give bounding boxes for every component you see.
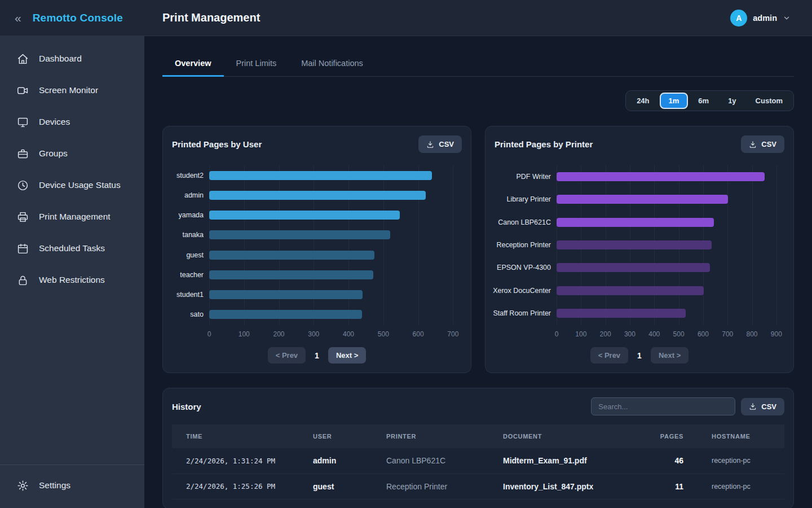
range-button-24h[interactable]: 24h [628, 93, 658, 109]
bar [209, 191, 426, 200]
bar-label: Xerox DocuCenter [495, 279, 557, 301]
cell-hostname: reception-pc [683, 474, 784, 499]
range-button-1m[interactable]: 1m [660, 93, 689, 109]
bar-row [557, 302, 784, 325]
sidebar-item-label: Devices [39, 117, 70, 127]
csv-export-button[interactable]: CSV [741, 135, 784, 153]
main-content: Overview Print Limits Mail Notifications… [144, 36, 812, 508]
bar [209, 171, 432, 180]
bar-label: Library Printer [495, 188, 557, 211]
bar [557, 286, 704, 295]
sidebar-item-label: Groups [39, 148, 68, 159]
search-input[interactable] [591, 397, 735, 415]
sidebar-nav: Dashboard Screen Monitor Devices Groups … [0, 36, 144, 296]
bar [557, 309, 686, 318]
chart-pager: < Prev 1 Next > [172, 347, 462, 364]
prev-page-button[interactable]: < Prev [590, 347, 628, 364]
video-camera-icon [17, 85, 29, 97]
axis-tick-label: 700 [447, 330, 458, 338]
bar-label: student1 [172, 285, 209, 305]
sidebar-item-screen-monitor[interactable]: Screen Monitor [0, 75, 144, 106]
bar-label: PDF Writer [495, 165, 557, 188]
chart-title: Printed Pages by Printer [495, 139, 593, 149]
sidebar-item-label: Print Management [39, 212, 111, 222]
axis-tick-label: 200 [600, 330, 611, 338]
sidebar-item-device-usage-status[interactable]: Device Usage Status [0, 169, 144, 201]
cell-printer: Reception Printer [386, 474, 503, 499]
bar-label: sato [172, 305, 209, 325]
tab-mail-notifications[interactable]: Mail Notifications [289, 52, 376, 77]
column-header-time: TIME [172, 424, 313, 448]
printed-pages-by-printer-card: Printed Pages by Printer CSV PDF WriterL… [485, 126, 794, 373]
tab-print-limits[interactable]: Print Limits [224, 52, 289, 77]
column-header-pages: PAGES [638, 424, 683, 448]
column-header-hostname: HOSTNAME [683, 424, 784, 448]
time-range-group: 24h 1m 6m 1y Custom [625, 90, 794, 111]
page-number: 1 [315, 351, 319, 360]
csv-export-button[interactable]: CSV [741, 398, 784, 415]
sidebar-item-dashboard[interactable]: Dashboard [0, 43, 144, 75]
column-header-document: DOCUMENT [503, 424, 638, 448]
bar [209, 290, 363, 299]
home-icon [17, 53, 29, 65]
gear-icon [17, 480, 29, 492]
brand-zone: « Remotto Console [0, 12, 144, 24]
cell-document: Midterm_Exam_91.pdf [503, 448, 638, 474]
range-button-1y[interactable]: 1y [719, 93, 745, 109]
bar-label: student2 [172, 165, 209, 185]
time-range-row: 24h 1m 6m 1y Custom [162, 90, 794, 111]
bar-label: Canon LBP621C [495, 211, 557, 234]
axis-tick-label: 300 [624, 330, 636, 338]
bar-label: Reception Printer [495, 234, 557, 256]
sidebar-item-settings[interactable]: Settings [0, 470, 144, 501]
next-page-button[interactable]: Next > [328, 347, 366, 364]
cell-user: admin [313, 448, 386, 474]
sidebar-item-label: Device Usage Status [39, 180, 121, 190]
user-menu[interactable]: A admin [730, 10, 812, 27]
prev-page-button[interactable]: < Prev [268, 347, 306, 364]
sidebar-item-web-restrictions[interactable]: Web Restrictions [0, 264, 144, 296]
cell-user: guest [313, 474, 386, 499]
brand-title: Remotto Console [33, 12, 123, 24]
history-title: History [172, 402, 201, 411]
next-page-button[interactable]: Next > [651, 347, 689, 364]
table-header-row: TIME USER PRINTER DOCUMENT PAGES HOSTNAM… [172, 424, 784, 448]
printed-pages-by-user-card: Printed Pages by User CSV student2adminy… [162, 126, 471, 373]
axis-tick-label: 400 [343, 330, 354, 338]
sidebar-item-label: Web Restrictions [39, 275, 105, 285]
sidebar-item-label: Settings [39, 480, 70, 491]
sidebar-item-groups[interactable]: Groups [0, 138, 144, 169]
csv-export-button[interactable]: CSV [418, 135, 462, 153]
sidebar-item-print-management[interactable]: Print Management [0, 201, 144, 233]
sidebar-item-scheduled-tasks[interactable]: Scheduled Tasks [0, 233, 144, 264]
page-number: 1 [637, 351, 642, 360]
bar [557, 263, 710, 272]
sidebar-item-label: Screen Monitor [39, 85, 98, 95]
table-row: 2/24/2026, 1:25:26 PM guest Reception Pr… [172, 474, 784, 499]
bar [557, 218, 714, 227]
axis-tick-label: 800 [747, 330, 758, 338]
range-button-6m[interactable]: 6m [689, 93, 718, 109]
charts-row: Printed Pages by User CSV student2adminy… [162, 126, 794, 373]
bar-row [209, 265, 462, 284]
bar-row [557, 256, 784, 279]
bar-label: tanaka [172, 225, 209, 245]
column-header-printer: PRINTER [386, 424, 503, 448]
axis-tick-label: 700 [722, 330, 733, 338]
avatar: A [730, 10, 747, 27]
bar-label: Staff Room Printer [495, 302, 557, 325]
download-icon [426, 141, 434, 148]
axis-tick-label: 300 [308, 330, 319, 338]
axis-tick-label: 500 [378, 330, 389, 338]
sidebar-item-devices[interactable]: Devices [0, 106, 144, 138]
column-header-user: USER [313, 424, 386, 448]
bar-label: admin [172, 185, 209, 205]
bar-row [209, 185, 462, 205]
bar-row [209, 225, 462, 245]
range-button-custom[interactable]: Custom [747, 93, 792, 109]
sidebar-collapse-icon[interactable]: « [15, 12, 21, 24]
bar [557, 240, 712, 249]
history-table: TIME USER PRINTER DOCUMENT PAGES HOSTNAM… [172, 424, 784, 500]
bar [557, 172, 765, 181]
tab-overview[interactable]: Overview [162, 52, 224, 77]
